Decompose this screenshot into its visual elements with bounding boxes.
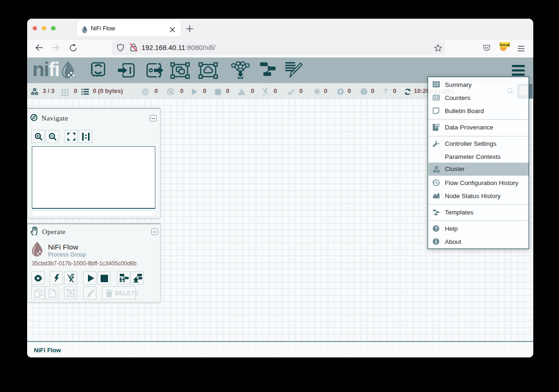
- svg-text:23: 23: [434, 95, 438, 100]
- svg-text:?: ?: [435, 226, 437, 231]
